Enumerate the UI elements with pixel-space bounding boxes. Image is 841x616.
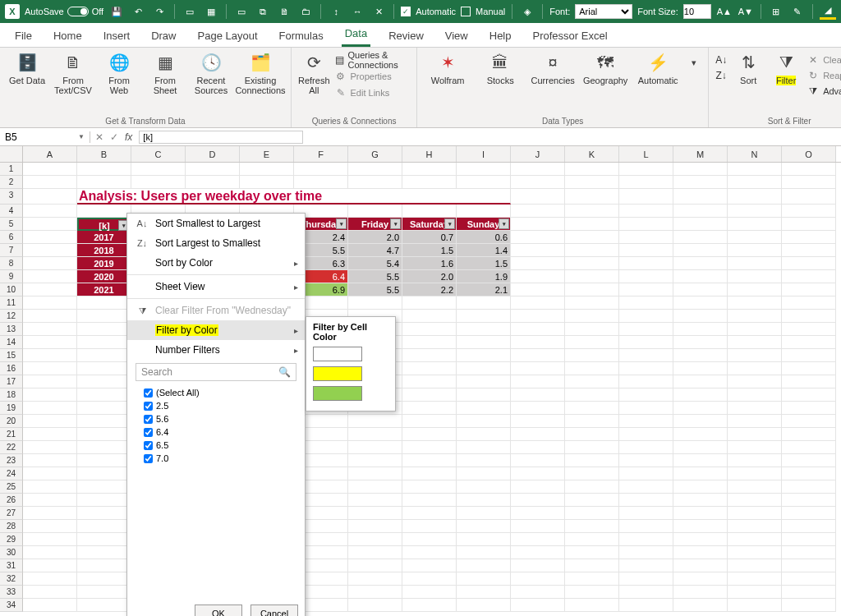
from-web-button[interactable]: 🌐From Web <box>99 51 140 95</box>
cell[interactable] <box>511 310 565 323</box>
cell[interactable] <box>348 480 402 494</box>
row-head[interactable]: 15 <box>0 349 23 362</box>
cell[interactable] <box>782 336 836 349</box>
cell[interactable] <box>77 599 131 612</box>
cell[interactable] <box>619 599 673 612</box>
cell[interactable] <box>511 533 565 546</box>
cell[interactable] <box>511 231 565 244</box>
cell[interactable] <box>565 494 619 507</box>
clear-filter-button[interactable]: ✕Clear <box>807 53 841 67</box>
cell[interactable] <box>402 494 457 507</box>
cell[interactable] <box>565 283 619 297</box>
cell[interactable] <box>619 283 673 297</box>
cell[interactable] <box>77 375 131 388</box>
cell[interactable] <box>565 454 619 467</box>
cell[interactable] <box>673 415 728 428</box>
cell[interactable] <box>511 244 565 257</box>
cell[interactable] <box>673 402 728 415</box>
cell[interactable] <box>457 480 511 494</box>
cell[interactable] <box>511 283 565 297</box>
cell[interactable] <box>782 415 836 428</box>
cell[interactable] <box>402 362 457 375</box>
cell[interactable] <box>782 480 836 494</box>
cell[interactable] <box>673 163 728 176</box>
tab-page-layout[interactable]: Page Layout <box>195 25 261 47</box>
cell[interactable] <box>186 176 240 189</box>
cell[interactable]: 1.6 <box>402 257 457 270</box>
cell[interactable] <box>511 323 565 336</box>
cell[interactable] <box>619 176 673 189</box>
cell[interactable] <box>619 270 673 283</box>
cell[interactable] <box>511 297 565 310</box>
cell[interactable] <box>619 218 673 231</box>
cell[interactable] <box>511 467 565 480</box>
geography-button[interactable]: 🗺Geography <box>581 51 629 85</box>
data-types-expand[interactable]: ▾ <box>687 51 701 85</box>
cell[interactable] <box>348 441 402 454</box>
cell[interactable] <box>565 336 619 349</box>
cell[interactable] <box>457 428 511 441</box>
cell[interactable] <box>457 467 511 480</box>
cell[interactable] <box>402 559 457 572</box>
cell[interactable] <box>511 336 565 349</box>
filter-toggle[interactable]: ▾ <box>336 218 347 229</box>
cell[interactable] <box>728 231 782 244</box>
col-head[interactable]: D <box>186 146 240 162</box>
reapply-button[interactable]: ↻Reapply <box>807 68 841 83</box>
cell[interactable] <box>565 349 619 362</box>
cell[interactable] <box>240 163 294 176</box>
cell[interactable] <box>728 480 782 494</box>
cell[interactable] <box>77 480 131 494</box>
cell[interactable] <box>565 163 619 176</box>
cell[interactable] <box>23 428 77 441</box>
cell[interactable] <box>77 546 131 559</box>
cell[interactable] <box>673 176 728 189</box>
cell[interactable] <box>565 402 619 415</box>
cell[interactable] <box>23 572 77 586</box>
cell[interactable] <box>782 231 836 244</box>
cell[interactable] <box>782 559 836 572</box>
cell[interactable] <box>402 297 457 310</box>
cell[interactable] <box>77 454 131 467</box>
cancel-button[interactable]: Cancel <box>250 605 298 616</box>
cell[interactable] <box>402 205 457 218</box>
col-head[interactable]: F <box>294 146 348 162</box>
row-head[interactable]: 19 <box>0 402 23 415</box>
cell[interactable] <box>782 375 836 388</box>
cell[interactable] <box>782 586 836 599</box>
cell[interactable] <box>457 388 511 402</box>
cell[interactable] <box>782 257 836 270</box>
cell[interactable] <box>782 176 836 189</box>
name-box[interactable]: B5▼ <box>0 131 90 143</box>
cell[interactable] <box>565 533 619 546</box>
row-head[interactable]: 4 <box>0 205 23 218</box>
cell[interactable] <box>23 205 77 218</box>
cell[interactable] <box>77 310 131 323</box>
recent-sources-button[interactable]: 🕓Recent Sources <box>191 51 232 95</box>
cell[interactable] <box>565 559 619 572</box>
cell[interactable] <box>619 494 673 507</box>
cell[interactable] <box>511 520 565 533</box>
filter-value-item[interactable]: 2.5 <box>144 399 288 412</box>
cell[interactable] <box>77 494 131 507</box>
cell[interactable] <box>511 257 565 270</box>
filter-value-item[interactable]: 5.6 <box>144 412 288 425</box>
cell[interactable]: 2.0 <box>402 270 457 283</box>
filter-search-input[interactable]: Search🔍 <box>136 363 296 381</box>
cell[interactable] <box>619 480 673 494</box>
cell[interactable] <box>728 257 782 270</box>
cell[interactable] <box>728 323 782 336</box>
row-head[interactable]: 30 <box>0 546 23 559</box>
cell[interactable] <box>348 467 402 480</box>
cell[interactable] <box>23 349 77 362</box>
filter-toggle[interactable]: ▾ <box>444 218 455 229</box>
cell[interactable] <box>565 257 619 270</box>
cell[interactable] <box>673 559 728 572</box>
cell[interactable] <box>728 494 782 507</box>
cell[interactable] <box>619 297 673 310</box>
save-icon[interactable]: 💾 <box>108 3 125 20</box>
cell[interactable] <box>511 480 565 494</box>
cell[interactable] <box>348 297 402 310</box>
row-head[interactable]: 34 <box>0 599 23 612</box>
cell[interactable] <box>402 441 457 454</box>
